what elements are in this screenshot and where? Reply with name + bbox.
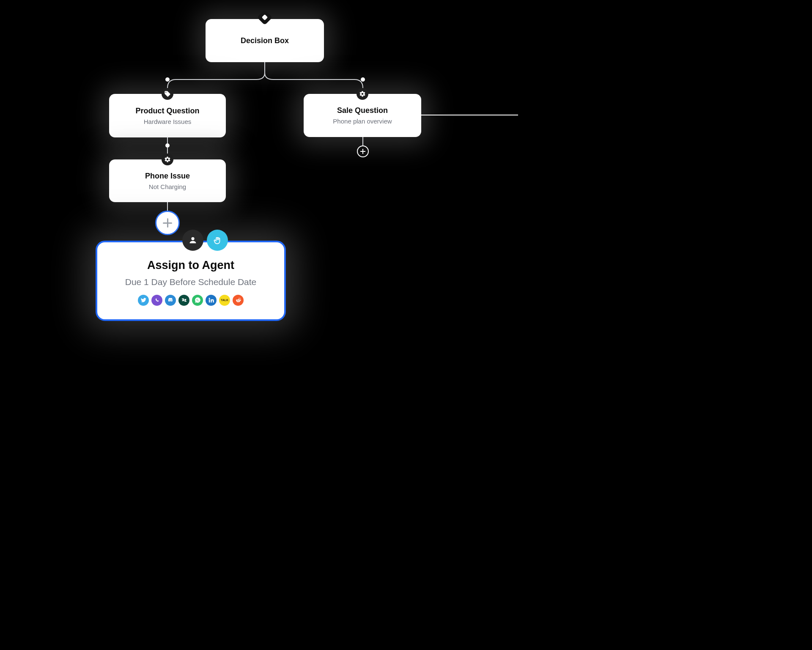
twitter-icon	[138, 295, 149, 306]
add-step-button[interactable]	[357, 145, 369, 157]
node-product-question[interactable]: Product Question Hardware Issues	[109, 94, 226, 137]
tag-icon	[162, 88, 173, 100]
connection-dot	[165, 77, 170, 82]
node-title: Sale Question	[337, 106, 388, 115]
connection-dot	[165, 143, 170, 148]
node-subtitle: Hardware Issues	[144, 118, 192, 125]
connection-dot	[361, 77, 365, 82]
node-subtitle: Not Charging	[149, 183, 186, 190]
node-title: Decision Box	[241, 36, 289, 45]
reddit-icon	[233, 295, 244, 306]
kakao-label: TALK	[221, 299, 228, 302]
gear-icon	[162, 154, 173, 165]
node-subtitle: Due 1 Day Before Schedule Date	[125, 277, 257, 287]
discord-icon	[165, 295, 176, 306]
add-step-button[interactable]	[155, 211, 180, 235]
gear-icon	[357, 88, 368, 100]
kakaotalk-icon: TALK	[219, 295, 230, 306]
grab-hand-icon[interactable]	[207, 230, 228, 251]
node-title: Assign to Agent	[147, 259, 234, 272]
node-decision-box[interactable]: Decision Box	[206, 19, 324, 62]
connector-lines	[0, 0, 518, 414]
node-subtitle: Phone plan overview	[333, 118, 392, 125]
workflow-canvas[interactable]: Decision Box Product Question Hardware I…	[0, 0, 518, 414]
zendesk-icon	[178, 295, 189, 306]
node-sale-question[interactable]: Sale Question Phone plan overview	[304, 94, 421, 137]
diamond-icon	[257, 10, 273, 25]
channel-icons-row: TALK	[138, 295, 244, 306]
node-phone-issue[interactable]: Phone Issue Not Charging	[109, 159, 226, 202]
node-assign-to-agent[interactable]: Assign to Agent Due 1 Day Before Schedul…	[96, 241, 286, 321]
node-title: Phone Issue	[145, 172, 190, 181]
person-icon	[182, 230, 203, 251]
whatsapp-icon	[192, 295, 203, 306]
node-title: Product Question	[135, 107, 199, 115]
linkedin-icon	[206, 295, 217, 306]
viber-icon	[151, 295, 162, 306]
